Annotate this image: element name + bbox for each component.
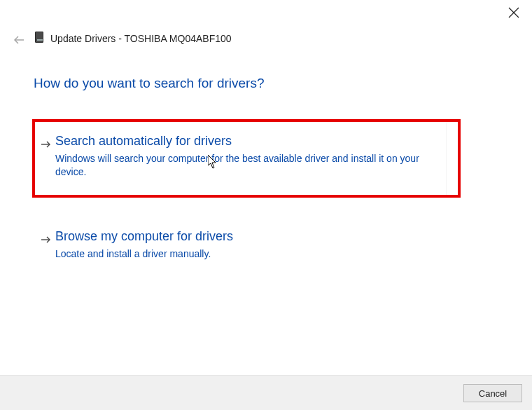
window-title: Update Drivers - TOSHIBA MQ04ABF100 xyxy=(50,33,232,44)
arrow-right-icon xyxy=(40,138,52,151)
dialog-footer: Cancel xyxy=(0,375,532,410)
option-search-automatically[interactable]: Search automatically for drivers Windows… xyxy=(34,121,447,198)
option-title: Search automatically for drivers xyxy=(55,134,232,149)
close-icon[interactable] xyxy=(508,7,519,18)
option-browse-computer[interactable]: Browse my computer for drivers Locate an… xyxy=(34,219,447,264)
arrow-right-icon xyxy=(40,233,52,246)
option-description: Windows will search your computer for th… xyxy=(55,152,426,179)
cancel-button[interactable]: Cancel xyxy=(463,384,522,402)
option-title: Browse my computer for drivers xyxy=(55,229,233,244)
page-heading: How do you want to search for drivers? xyxy=(34,76,265,91)
back-arrow-icon[interactable] xyxy=(13,34,25,46)
option-description: Locate and install a driver manually. xyxy=(55,247,426,261)
disk-drive-icon xyxy=(35,32,45,44)
